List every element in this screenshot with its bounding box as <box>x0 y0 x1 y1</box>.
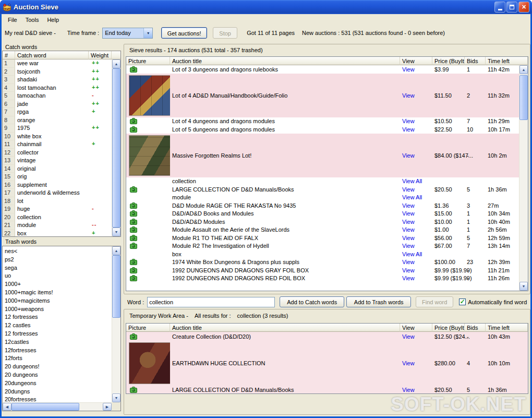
catch-word-row[interactable]: 19huge- <box>3 205 112 213</box>
view-all-link[interactable]: View All <box>402 251 422 257</box>
scroll-down-icon[interactable]: ▼ <box>519 282 528 291</box>
scroll-left-icon[interactable]: ◀ <box>3 403 11 411</box>
view-link[interactable]: View <box>402 210 415 217</box>
trash-word-item[interactable]: 1000+weapons <box>3 305 112 314</box>
scrollbar-track[interactable] <box>519 120 528 282</box>
trash-word-item[interactable]: 20 dungeons <box>3 371 112 379</box>
auction-photo-thumbnail[interactable] <box>129 135 170 176</box>
restore-button[interactable] <box>506 2 517 13</box>
view-link[interactable]: View <box>402 387 415 393</box>
auction-photo-thumbnail[interactable] <box>129 75 170 116</box>
trash-words-horizontal-scrollbar[interactable]: ◀ ▶ <box>3 402 112 411</box>
word-input[interactable] <box>147 297 275 307</box>
view-link[interactable]: View <box>402 226 415 233</box>
scroll-right-icon[interactable]: ▶ <box>103 403 112 411</box>
catch-word-row[interactable]: 13vintage <box>3 157 112 165</box>
trash-words-scrollbar[interactable]: ▲ ▼ <box>112 246 120 402</box>
trash-word-item[interactable]: 20 dungeons! <box>3 363 112 371</box>
menu-help[interactable]: Help <box>43 15 63 25</box>
view-link[interactable]: View <box>402 219 415 225</box>
column-header-bids[interactable]: Bids <box>465 57 486 65</box>
trash-word-item[interactable]: 20dungns <box>3 388 112 396</box>
catch-word-row[interactable]: 10white box <box>3 133 112 141</box>
column-header-time-left[interactable]: Time left <box>486 57 528 65</box>
trash-word-item[interactable]: uo <box>3 272 112 280</box>
column-header-view[interactable]: View <box>400 57 432 65</box>
column-header-view[interactable]: View <box>400 324 432 332</box>
scrollbar-track[interactable] <box>112 318 120 393</box>
catch-word-row[interactable]: 4lost tamoachan++ <box>3 84 112 92</box>
scroll-up-icon[interactable]: ▲ <box>519 65 528 74</box>
column-header-price[interactable]: Price (BuyItN... <box>432 57 465 65</box>
minimize-button[interactable] <box>494 2 505 13</box>
column-header-picture[interactable]: Picture <box>126 57 170 65</box>
catch-word-row[interactable]: 91975++ <box>3 124 112 133</box>
view-all-link[interactable]: View All <box>402 194 422 200</box>
column-header-picture[interactable]: Picture <box>126 324 170 332</box>
get-auctions-button[interactable]: Get auctions! <box>161 27 207 39</box>
column-header-catch-word[interactable]: Catch word <box>15 51 89 59</box>
sieve-results-scrollbar[interactable]: ▲ ▼ <box>519 65 528 291</box>
auction-photo-thumbnail[interactable] <box>129 342 170 384</box>
scrollbar-thumb[interactable] <box>112 255 120 318</box>
column-header-auction-title[interactable]: Auction title <box>170 57 400 65</box>
view-link[interactable]: View <box>402 235 415 241</box>
scroll-down-icon[interactable]: ▼ <box>112 228 120 236</box>
catch-word-row[interactable]: 15orig <box>3 173 112 181</box>
catch-word-row[interactable]: 20collection <box>3 213 112 222</box>
view-link[interactable]: View <box>402 202 415 209</box>
chevron-down-icon[interactable]: ▼ <box>143 28 152 38</box>
column-header-weight[interactable]: Weight <box>89 51 112 59</box>
trash-word-item[interactable]: 1000+ <box>3 280 112 289</box>
column-header-bids[interactable]: Bids <box>465 324 486 332</box>
catch-word-row[interactable]: 17underworld & wilderness <box>3 189 112 197</box>
catch-word-row[interactable]: 11chainmail+ <box>3 140 112 149</box>
view-link[interactable]: View <box>402 92 415 99</box>
scrollbar-thumb[interactable] <box>519 75 528 120</box>
auto-find-checkbox[interactable] <box>459 298 466 305</box>
scroll-down-icon[interactable]: ▼ <box>112 393 120 402</box>
view-link[interactable]: View <box>402 152 415 159</box>
view-link[interactable]: View <box>402 126 415 133</box>
catch-word-row[interactable]: 2tsojconth++ <box>3 68 112 76</box>
add-to-catch-words-button[interactable]: Add to Catch words <box>280 296 344 307</box>
trash-word-item[interactable]: 20fortresses <box>3 396 112 402</box>
time-frame-select[interactable]: End today ▼ <box>102 28 153 39</box>
view-link[interactable]: View <box>402 118 415 124</box>
trash-word-item[interactable]: 12 fortresses <box>3 330 112 338</box>
trash-word-item[interactable]: 12fortresses <box>3 347 112 355</box>
find-word-button[interactable]: Find word <box>416 296 453 307</box>
catch-word-row[interactable]: 5tamoachan- <box>3 92 112 100</box>
stop-button[interactable]: Stop <box>213 27 237 39</box>
scroll-up-icon[interactable]: ▲ <box>112 246 120 255</box>
catch-word-row[interactable]: 18lot <box>3 197 112 206</box>
view-link[interactable]: View <box>402 259 415 265</box>
view-link[interactable]: View <box>402 243 415 249</box>
trash-word-item[interactable]: 20dungeons <box>3 379 112 388</box>
catch-words-scrollbar[interactable]: ▲ ▼ <box>112 59 120 236</box>
trash-word-item[interactable]: 12 fortresses <box>3 313 112 321</box>
add-to-trash-words-button[interactable]: Add to Trash words <box>346 296 411 307</box>
scroll-up-icon[interactable]: ▲ <box>112 59 120 68</box>
view-all-link[interactable]: View All <box>402 178 422 184</box>
trash-word-item[interactable]: 1000+magicitems <box>3 297 112 305</box>
trash-word-item[interactable]: 1000+magic items! <box>3 289 112 297</box>
view-link[interactable]: View <box>402 275 415 281</box>
menu-file[interactable]: File <box>4 15 21 25</box>
trash-word-item[interactable]: nes< <box>3 247 112 256</box>
close-button[interactable]: × <box>518 2 529 13</box>
catch-word-row[interactable]: 6jade++ <box>3 100 112 109</box>
view-link[interactable]: View <box>402 186 415 193</box>
menu-tools[interactable]: Tools <box>21 15 43 25</box>
catch-word-row[interactable]: 12collector <box>3 149 112 157</box>
view-link[interactable]: View <box>402 66 415 73</box>
catch-word-row[interactable]: 14original <box>3 165 112 173</box>
trash-word-item[interactable]: 12 castles <box>3 321 112 330</box>
trash-word-item[interactable]: 12castles <box>3 338 112 347</box>
column-header-number[interactable]: # <box>3 51 15 59</box>
view-link[interactable]: View <box>402 267 415 273</box>
catch-word-row[interactable]: 22box+ <box>3 230 112 237</box>
trash-word-item[interactable]: sega <box>3 264 112 272</box>
catch-word-row[interactable]: 1wee war++ <box>3 59 112 68</box>
column-header-auction-title[interactable]: Auction title <box>170 324 400 332</box>
